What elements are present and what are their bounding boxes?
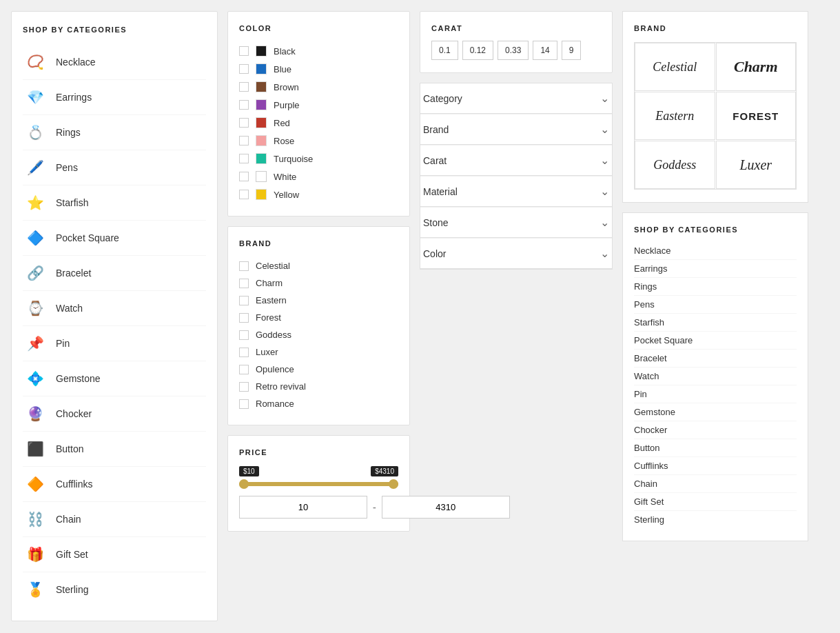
- sidebar-item-sterling[interactable]: 🏅 Sterling: [23, 572, 206, 607]
- gemstone-label: Gemstone: [56, 373, 101, 384]
- right-cat-item-button[interactable]: Button: [634, 439, 797, 457]
- price-slider-thumb-left[interactable]: [239, 479, 249, 489]
- price-slider-track[interactable]: [239, 482, 398, 486]
- sidebar-item-pocket-square[interactable]: 🔷 Pocket Square: [23, 221, 206, 256]
- brand-checkbox-retro-revival[interactable]: [239, 382, 249, 392]
- brand-logo-celestial[interactable]: Celestial: [635, 43, 715, 91]
- brand-row-opulence: Opulence: [239, 361, 398, 378]
- color-checkbox-yellow[interactable]: [239, 190, 249, 199]
- earrings-label: Earrings: [56, 92, 92, 103]
- sidebar-item-button[interactable]: ⬛ Button: [23, 432, 206, 467]
- right-cat-item-cufflinks[interactable]: Cufflinks: [634, 457, 797, 475]
- carat-btn-0.12[interactable]: 0.12: [462, 41, 493, 60]
- sidebar-item-gift-set[interactable]: 🎁 Gift Set: [23, 537, 206, 572]
- price-filter-title: PRICE: [239, 448, 398, 456]
- brand-checkbox-charm[interactable]: [239, 279, 249, 288]
- dropdown-label-brand: Brand: [423, 124, 449, 135]
- color-checkbox-rose[interactable]: [239, 136, 249, 145]
- brand-checkbox-opulence[interactable]: [239, 365, 249, 374]
- sidebar-item-chain[interactable]: ⛓️ Chain: [23, 502, 206, 537]
- color-checkbox-turquoise[interactable]: [239, 154, 249, 163]
- right-cat-item-necklace[interactable]: Necklace: [634, 242, 797, 260]
- chain-icon: ⛓️: [23, 507, 48, 532]
- brand-checkbox-eastern[interactable]: [239, 296, 249, 305]
- sidebar-item-starfish[interactable]: ⭐ Starfish: [23, 185, 206, 221]
- right-cat-item-rings[interactable]: Rings: [634, 278, 797, 296]
- button-label: Button: [56, 443, 83, 454]
- dropdown-brand[interactable]: Brand: [420, 114, 612, 145]
- brand-name-charm: Charm: [256, 278, 283, 288]
- sidebar-item-cufflinks[interactable]: 🔶 Cufflinks: [23, 467, 206, 502]
- brand-logo-forest[interactable]: FOREST: [716, 92, 797, 140]
- brand-logo-text-celestial: Celestial: [653, 60, 697, 74]
- price-max-badge: $4310: [371, 466, 398, 476]
- sidebar-item-necklace[interactable]: 📿 Necklace: [23, 45, 206, 80]
- price-min-input[interactable]: [239, 496, 367, 519]
- dropdown-color[interactable]: Color: [420, 239, 612, 269]
- right-cat-item-chocker[interactable]: Chocker: [634, 421, 797, 439]
- brand-logo-luxer[interactable]: Luxer: [716, 141, 797, 189]
- brand-logo-charm[interactable]: Charm: [716, 43, 797, 91]
- sidebar-item-rings[interactable]: 💍 Rings: [23, 115, 206, 150]
- sidebar-item-gemstone[interactable]: 💠 Gemstone: [23, 361, 206, 396]
- brand-logo-goddess[interactable]: Goddess: [635, 141, 715, 189]
- brand-name-luxer: Luxer: [256, 347, 278, 357]
- right-cat-item-sterling[interactable]: Sterling: [634, 511, 797, 528]
- color-name-turquoise: Turquoise: [274, 154, 313, 164]
- chevron-down-icon-category: [600, 92, 609, 105]
- brand-checkbox-forest[interactable]: [239, 313, 249, 323]
- dropdown-category[interactable]: Category: [420, 83, 612, 114]
- brand-name-forest: Forest: [256, 312, 281, 323]
- sidebar-item-pin[interactable]: 📌 Pin: [23, 326, 206, 361]
- color-name-red: Red: [274, 118, 290, 128]
- right-cat-item-gift-set[interactable]: Gift Set: [634, 493, 797, 511]
- carat-btn-14[interactable]: 14: [533, 41, 557, 60]
- price-slider-thumb-right[interactable]: [389, 479, 398, 489]
- color-checkbox-black[interactable]: [239, 46, 249, 56]
- sidebar-item-earrings[interactable]: 💎 Earrings: [23, 80, 206, 115]
- dropdown-item-stone: Stone: [420, 208, 612, 239]
- right-cat-item-starfish[interactable]: Starfish: [634, 314, 797, 332]
- right-cat-item-pens[interactable]: Pens: [634, 296, 797, 314]
- brand-checkbox-goddess[interactable]: [239, 330, 249, 340]
- color-checkbox-brown[interactable]: [239, 82, 249, 92]
- brand-name-opulence: Opulence: [256, 364, 294, 374]
- right-cat-item-pin[interactable]: Pin: [634, 385, 797, 403]
- cufflinks-icon: 🔶: [23, 472, 48, 496]
- color-row-rose: Rose: [239, 132, 398, 150]
- dropdown-material[interactable]: Material: [420, 177, 612, 207]
- brand-logo-grid: CelestialCharmEasternFORESTGoddessLuxer: [634, 42, 797, 190]
- price-labels: $10 $4310: [239, 466, 398, 476]
- right-cat-item-earrings[interactable]: Earrings: [634, 260, 797, 278]
- carat-btn-9[interactable]: 9: [562, 41, 582, 60]
- brand-checkbox-celestial[interactable]: [239, 261, 249, 271]
- cufflinks-label: Cufflinks: [56, 479, 92, 490]
- brand-checkbox-romance[interactable]: [239, 399, 249, 409]
- right-cat-item-bracelet[interactable]: Bracelet: [634, 350, 797, 368]
- sidebar-item-watch[interactable]: ⌚ Watch: [23, 291, 206, 326]
- right-cat-item-chain[interactable]: Chain: [634, 475, 797, 493]
- brand-logo-text-charm: Charm: [734, 58, 778, 76]
- color-name-brown: Brown: [274, 82, 299, 92]
- price-slider-fill: [239, 482, 398, 486]
- sidebar-item-bracelet[interactable]: 🔗 Bracelet: [23, 256, 206, 291]
- right-cat-item-watch[interactable]: Watch: [634, 368, 797, 385]
- carat-btn-0.33[interactable]: 0.33: [498, 41, 529, 60]
- color-name-white: White: [274, 172, 296, 182]
- color-checkbox-red[interactable]: [239, 118, 249, 128]
- sidebar-item-chocker[interactable]: 🔮 Chocker: [23, 396, 206, 432]
- color-swatch-yellow: [256, 189, 267, 200]
- brand-logo-eastern[interactable]: Eastern: [635, 92, 715, 140]
- right-cat-item-pocket-square[interactable]: Pocket Square: [634, 332, 797, 350]
- color-checkbox-purple[interactable]: [239, 100, 249, 110]
- brand-checkbox-luxer[interactable]: [239, 348, 249, 357]
- carat-btn-0.1[interactable]: 0.1: [431, 41, 458, 60]
- sidebar-item-pens[interactable]: 🖊️ Pens: [23, 150, 206, 185]
- right-cat-item-gemstone[interactable]: Gemstone: [634, 403, 797, 421]
- dropdown-carat[interactable]: Carat: [420, 145, 612, 176]
- dropdown-item-carat: Carat: [420, 145, 612, 177]
- dropdown-stone[interactable]: Stone: [420, 208, 612, 238]
- color-checkbox-white[interactable]: [239, 172, 249, 181]
- color-checkbox-blue[interactable]: [239, 64, 249, 74]
- chevron-down-icon-brand: [600, 123, 609, 136]
